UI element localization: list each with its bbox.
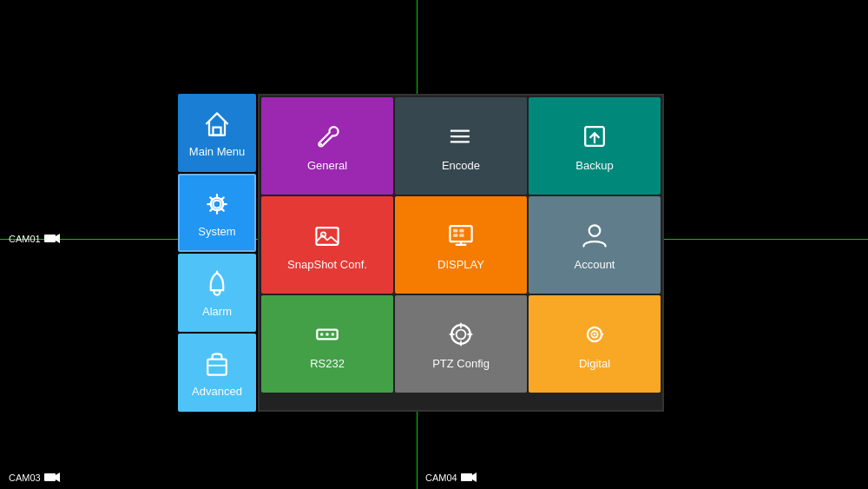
grid-item-ptz[interactable]: PTZ Config	[395, 295, 527, 393]
list-icon	[445, 121, 477, 152]
svg-marker-5	[472, 472, 477, 482]
cam03-icon	[44, 472, 60, 483]
grid-item-digital[interactable]: Digital	[529, 295, 661, 393]
svg-point-37	[457, 329, 466, 339]
rs232-icon	[312, 319, 343, 350]
sidebar-item-alarm[interactable]: Alarm	[178, 254, 256, 332]
svg-marker-3	[56, 472, 60, 482]
grid-item-encode[interactable]: Encode	[395, 97, 527, 195]
upload-icon	[579, 121, 610, 152]
display-icon	[445, 220, 477, 251]
svg-point-31	[589, 225, 601, 236]
svg-point-7	[214, 200, 221, 208]
grid-item-backup[interactable]: Backup	[529, 97, 661, 195]
svg-marker-1	[56, 234, 60, 243]
sidebar: Main Menu System Alarm	[178, 94, 256, 412]
image-icon	[312, 220, 343, 251]
cam03-label: CAM03	[9, 472, 60, 483]
svg-point-33	[320, 333, 324, 336]
svg-point-45	[602, 334, 603, 335]
grid-item-display[interactable]: DISPLAY	[395, 196, 527, 294]
svg-point-44	[594, 333, 596, 335]
camera-icon	[579, 319, 610, 350]
svg-point-35	[332, 333, 335, 336]
svg-rect-11	[207, 359, 227, 374]
target-icon	[445, 319, 477, 350]
bell-icon	[201, 268, 233, 300]
sidebar-item-system[interactable]: System	[178, 174, 256, 252]
svg-point-19	[450, 140, 453, 142]
sidebar-item-advanced[interactable]: Advanced	[178, 334, 256, 412]
svg-point-34	[326, 333, 329, 336]
grid-item-account[interactable]: Account	[529, 196, 661, 294]
cam01-label: CAM01	[9, 233, 60, 244]
svg-rect-30	[459, 234, 464, 237]
bag-icon	[201, 348, 233, 380]
cam01-icon	[44, 233, 60, 244]
cam04-icon	[461, 472, 477, 483]
svg-rect-29	[453, 234, 457, 237]
home-icon	[201, 109, 233, 140]
svg-point-13	[319, 142, 322, 145]
grid-item-general[interactable]: General	[261, 97, 393, 195]
gear-icon	[201, 188, 233, 220]
sidebar-item-main-menu[interactable]: Main Menu	[178, 94, 256, 172]
svg-rect-22	[316, 228, 338, 245]
svg-rect-4	[461, 473, 472, 481]
svg-point-18	[450, 135, 453, 137]
svg-rect-28	[459, 228, 464, 232]
user-icon	[579, 220, 610, 251]
wrench-icon	[312, 121, 343, 152]
svg-rect-27	[453, 228, 457, 232]
svg-rect-6	[214, 127, 221, 135]
grid-container: General Encode Backup	[258, 94, 664, 412]
cam04-label: CAM04	[425, 472, 477, 483]
grid-item-snapshot[interactable]: SnapShot Conf.	[261, 196, 393, 294]
svg-rect-2	[44, 473, 56, 481]
svg-rect-0	[44, 235, 56, 242]
grid-item-rs232[interactable]: RS232	[261, 295, 393, 393]
svg-point-17	[450, 129, 453, 132]
menu-container: Main Menu System Alarm	[178, 94, 664, 412]
